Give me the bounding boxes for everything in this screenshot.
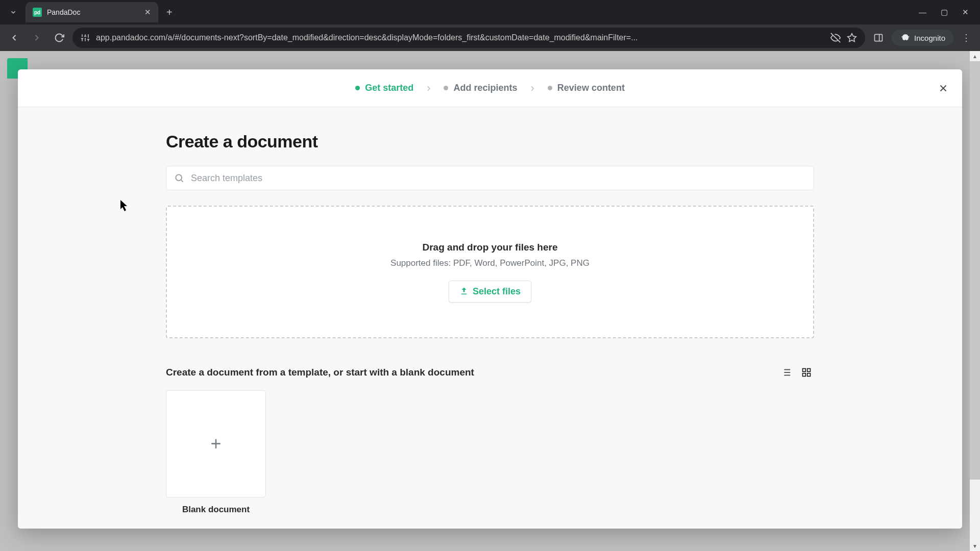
browser-tab[interactable]: pd PandaDoc ✕ — [26, 2, 158, 22]
select-files-button[interactable]: Select files — [449, 281, 531, 303]
step-label: Add recipients — [453, 83, 517, 93]
select-files-label: Select files — [473, 286, 521, 297]
svg-point-15 — [176, 174, 182, 181]
chevron-right-icon: › — [531, 82, 534, 95]
step-label: Get started — [365, 83, 413, 93]
step-dot-icon — [355, 86, 360, 90]
browser-menu-icon[interactable]: ⋮ — [958, 32, 975, 43]
page-title: Create a document — [166, 132, 814, 152]
stepper: Get started › Add recipients › Review co… — [355, 82, 625, 95]
maximize-button[interactable]: ▢ — [941, 8, 948, 17]
tab-title: PandaDoc — [47, 8, 139, 16]
search-wrap — [166, 166, 814, 190]
file-dropzone[interactable]: Drag and drop your files here Supported … — [166, 206, 814, 338]
tab-search-dropdown[interactable] — [4, 3, 22, 21]
vertical-scrollbar[interactable]: ▲ ▼ — [970, 51, 980, 551]
template-label: Blank document — [166, 505, 266, 515]
forward-button[interactable] — [28, 29, 46, 47]
minimize-button[interactable]: — — [919, 8, 926, 17]
step-get-started[interactable]: Get started — [355, 83, 413, 93]
page-viewport: Get started › Add recipients › Review co… — [0, 51, 980, 551]
step-dot-icon — [548, 86, 552, 90]
svg-rect-25 — [807, 373, 811, 377]
svg-marker-10 — [848, 34, 856, 42]
svg-rect-24 — [807, 369, 811, 372]
chevron-right-icon: › — [427, 82, 430, 95]
grid-view-button[interactable] — [799, 365, 814, 380]
view-toggles — [778, 365, 814, 380]
url-field[interactable]: app.pandadoc.com/a/#/documents-next?sort… — [72, 28, 865, 48]
address-bar: app.pandadoc.com/a/#/documents-next?sort… — [0, 24, 980, 51]
bookmark-star-icon[interactable] — [847, 33, 857, 43]
list-icon — [780, 367, 792, 378]
step-review-content[interactable]: Review content — [548, 83, 625, 93]
svg-line-16 — [181, 180, 183, 182]
template-card-blank[interactable]: + Blank document — [166, 390, 266, 515]
url-text: app.pandadoc.com/a/#/documents-next?sort… — [96, 33, 824, 42]
svg-rect-26 — [803, 373, 806, 377]
favicon: pd — [33, 8, 42, 17]
tab-bar: pd PandaDoc ✕ + — ▢ ✕ — [0, 0, 980, 24]
modal-header: Get started › Add recipients › Review co… — [18, 69, 962, 107]
scroll-thumb[interactable] — [970, 61, 980, 480]
step-dot-icon — [444, 86, 448, 90]
side-panel-icon[interactable] — [869, 29, 888, 47]
modal-backdrop: Get started › Add recipients › Review co… — [0, 51, 980, 551]
close-icon — [938, 83, 949, 94]
dropzone-title: Drag and drop your files here — [423, 242, 558, 253]
incognito-badge[interactable]: Incognito — [892, 30, 953, 46]
create-document-modal: Get started › Add recipients › Review co… — [18, 69, 962, 529]
step-label: Review content — [557, 83, 625, 93]
browser-chrome: pd PandaDoc ✕ + — ▢ ✕ app.pandadoc.com/a… — [0, 0, 980, 51]
upload-icon — [459, 287, 469, 296]
close-modal-button[interactable] — [936, 81, 951, 96]
reload-button[interactable] — [50, 29, 68, 47]
window-controls: — ▢ ✕ — [919, 8, 980, 17]
site-settings-icon[interactable] — [81, 33, 90, 42]
grid-icon — [801, 367, 812, 378]
back-button[interactable] — [5, 29, 23, 47]
eye-off-icon[interactable] — [830, 33, 841, 43]
templates-heading: Create a document from a template, or st… — [166, 367, 474, 378]
scroll-up-arrow[interactable]: ▲ — [970, 51, 980, 61]
dropzone-subtitle: Supported files: PDF, Word, PowerPoint, … — [390, 258, 590, 268]
close-window-button[interactable]: ✕ — [962, 8, 969, 17]
list-view-button[interactable] — [778, 365, 794, 380]
search-templates-input[interactable] — [166, 166, 814, 190]
svg-rect-23 — [803, 369, 806, 372]
incognito-label: Incognito — [914, 34, 945, 42]
new-tab-button[interactable]: + — [166, 7, 173, 18]
modal-body: Create a document Drag and drop your fil… — [18, 107, 962, 529]
content: Create a document Drag and drop your fil… — [166, 132, 814, 515]
svg-rect-11 — [875, 34, 883, 41]
search-icon — [174, 173, 184, 183]
plus-icon: + — [210, 433, 221, 455]
scroll-down-arrow[interactable]: ▼ — [970, 541, 980, 551]
step-add-recipients[interactable]: Add recipients — [444, 83, 517, 93]
templates-header: Create a document from a template, or st… — [166, 365, 814, 380]
tab-close-icon[interactable]: ✕ — [144, 8, 151, 17]
templates-grid: + Blank document — [166, 390, 814, 515]
template-thumb[interactable]: + — [166, 390, 266, 497]
